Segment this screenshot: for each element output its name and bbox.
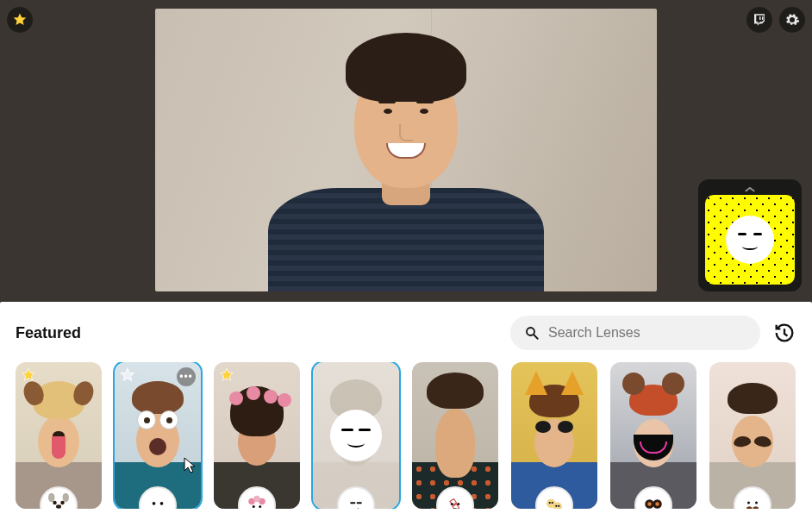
lens-big-eyes[interactable]: ••• (115, 362, 201, 509)
person-preview (268, 50, 544, 291)
chevron-up-icon (744, 185, 756, 193)
history-button[interactable] (772, 321, 796, 345)
snapcode-overlay[interactable] (698, 179, 802, 291)
search-icon (524, 325, 540, 341)
history-icon (772, 321, 796, 345)
lens-smirk[interactable] (313, 362, 399, 509)
twitch-icon (752, 12, 767, 28)
lens-long-chin[interactable] (412, 362, 498, 509)
panel-title: Featured (16, 324, 81, 342)
svg-rect-19 (357, 502, 362, 504)
svg-point-10 (160, 502, 164, 505)
settings-button[interactable] (779, 7, 805, 33)
svg-point-37 (755, 502, 758, 504)
svg-rect-18 (350, 502, 355, 504)
svg-point-35 (741, 494, 765, 510)
star-icon (21, 367, 36, 383)
camera-preview (155, 9, 657, 291)
svg-point-36 (747, 502, 750, 504)
svg-point-17 (345, 494, 368, 510)
svg-point-16 (259, 505, 261, 508)
lens-strip[interactable]: ••• (16, 362, 796, 509)
lens-mustache[interactable] (709, 362, 796, 509)
star-icon (219, 367, 234, 383)
cursor-icon (184, 457, 196, 474)
favorites-button[interactable] (7, 7, 33, 33)
svg-point-5 (56, 504, 61, 509)
star-icon (12, 12, 28, 28)
lens-dog[interactable] (16, 362, 102, 509)
svg-point-8 (147, 494, 170, 510)
svg-point-14 (253, 496, 260, 503)
lens-cat-ears[interactable] (511, 362, 597, 509)
svg-point-21 (451, 503, 453, 505)
svg-point-34 (655, 502, 659, 506)
star-icon (120, 367, 135, 383)
svg-point-28 (555, 505, 557, 507)
svg-point-22 (457, 503, 459, 505)
svg-point-9 (153, 502, 156, 505)
svg-point-4 (60, 501, 65, 505)
snapcode (705, 195, 795, 285)
snapcode-face-icon (726, 216, 774, 264)
svg-point-26 (549, 502, 551, 504)
svg-point-15 (253, 505, 255, 508)
svg-point-27 (552, 502, 553, 504)
more-button[interactable]: ••• (177, 367, 196, 386)
lens-neon-mask[interactable] (610, 362, 696, 509)
svg-point-29 (558, 505, 559, 507)
svg-point-30 (642, 494, 665, 510)
lens-panel: Featured (0, 302, 812, 526)
search-input[interactable] (548, 325, 746, 341)
lens-flower-crown[interactable] (214, 362, 300, 509)
gear-icon (784, 12, 800, 28)
twitch-button[interactable] (746, 7, 772, 33)
svg-point-33 (647, 502, 652, 506)
svg-line-1 (534, 335, 538, 339)
svg-point-3 (53, 501, 57, 505)
camera-preview-area (0, 0, 812, 302)
smirk-face-icon (330, 410, 382, 461)
toolbar (7, 7, 805, 33)
search-box[interactable] (510, 316, 760, 350)
svg-point-7 (63, 493, 70, 503)
svg-point-6 (48, 493, 55, 503)
